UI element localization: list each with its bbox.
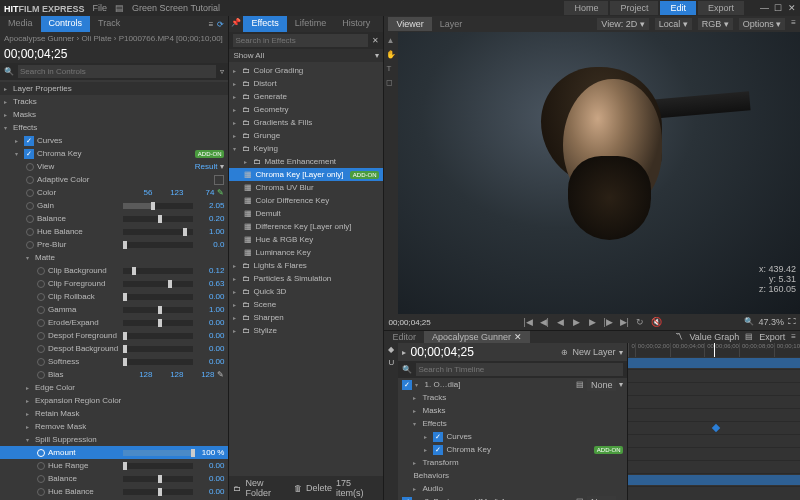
tab-effects[interactable]: Effects (243, 16, 286, 32)
goto-end-icon[interactable]: ▶| (618, 317, 630, 327)
amount-slider[interactable] (123, 450, 193, 456)
select-tool-icon[interactable]: ▲ (386, 36, 396, 46)
mask-tool-icon[interactable]: ◻ (386, 78, 396, 88)
breadcrumb[interactable]: Apocalypse Gunner › Oli Plate › P1000766… (0, 32, 228, 45)
tab-track[interactable]: Track (90, 16, 128, 32)
transport-bar: 00;00;04;25 |◀ ◀| ◀ ▶ ▶ |▶ ▶| ↻ 🔇 🔍 47.3… (384, 314, 800, 330)
titlebar: HITFILM EXPRESS File ▤ Green Screen Tuto… (0, 0, 800, 16)
close-icon[interactable]: ✕ (788, 3, 796, 13)
panel-menu-icon[interactable]: ≡ (209, 20, 214, 29)
tab-viewer[interactable]: Viewer (388, 17, 431, 31)
zoom-level[interactable]: 47.3% (758, 317, 784, 327)
play-icon[interactable]: ▶ (570, 317, 582, 327)
sync-icon[interactable]: ⟳ (217, 20, 224, 29)
eyedropper-icon[interactable]: ✎ (217, 370, 224, 379)
adaptive-checkbox[interactable] (214, 175, 224, 185)
gain-slider[interactable] (123, 203, 193, 209)
space-dropdown[interactable]: Local ▾ (655, 18, 692, 30)
channel-dropdown[interactable]: RGB ▾ (698, 18, 733, 30)
new-folder-button[interactable]: New Folder (245, 478, 289, 498)
eyedropper-icon[interactable]: ✎ (217, 188, 224, 197)
zoom-icon[interactable]: 🔍 (744, 317, 754, 327)
viewer: ▲ ✋ T ◻ 2D x: 439.42 y: 5.31 (384, 32, 800, 314)
tab-export[interactable]: Export (698, 1, 744, 15)
step-fwd-icon[interactable]: ▶ (586, 317, 598, 327)
timeline-panel: Editor Apocalypse Gunner ✕ 〽 Value Graph… (384, 330, 800, 500)
doc-icon: ▤ (115, 3, 124, 13)
tc-menu-icon[interactable]: ▸ (402, 348, 406, 357)
new-folder-icon[interactable]: 🗀 (233, 484, 241, 493)
tab-lifetime[interactable]: Lifetime (287, 16, 335, 32)
preblur-slider[interactable] (123, 242, 193, 248)
tab-comp[interactable]: Apocalypse Gunner ✕ (424, 331, 530, 343)
app-logo: HITFILM EXPRESS (4, 3, 85, 14)
export-button[interactable]: Export (759, 332, 785, 342)
clear-icon[interactable]: ✕ (372, 36, 379, 45)
panel-menu-icon[interactable]: ≡ (791, 332, 796, 342)
balance-slider[interactable] (123, 216, 193, 222)
panel-menu-icon[interactable]: ≡ (791, 18, 796, 30)
window-controls: — ☐ ✕ (760, 3, 796, 13)
controls-panel: Media Controls Track ≡ ⟳ Apocalypse Gunn… (0, 16, 229, 500)
tab-editor[interactable]: Editor (384, 331, 424, 343)
delete-button[interactable]: Delete (306, 483, 332, 493)
controls-tree[interactable]: ▸Layer Properties ▸Tracks ▸Masks ▾Effect… (0, 80, 228, 500)
addon-badge: ADD-ON (195, 150, 225, 158)
timecode[interactable]: 00;00;04;25 (0, 45, 228, 63)
effect-chroma-key[interactable]: ▦Chroma Key [Layer only]ADD-ON (229, 168, 383, 181)
pin-icon[interactable]: 📌 (229, 16, 243, 32)
options-dropdown[interactable]: Options ▾ (739, 18, 786, 30)
minimize-icon[interactable]: — (760, 3, 768, 13)
delete-icon[interactable]: 🗑 (294, 484, 302, 493)
view-mode-dropdown[interactable]: View: 2D ▾ (597, 18, 648, 30)
dropdown-icon[interactable]: ▾ (220, 162, 224, 171)
search-timeline-input[interactable] (416, 363, 623, 376)
huebal-slider[interactable] (123, 229, 193, 235)
marker-icon[interactable]: ◆ (388, 345, 394, 354)
search-effects-input[interactable] (233, 34, 368, 47)
text-tool-icon[interactable]: T (386, 64, 396, 74)
transport-timecode[interactable]: 00;00;04;25 (388, 318, 430, 327)
timeline[interactable]: 0 00;00;02;00 00;00;04;00 00;00;06;00 00… (628, 343, 800, 500)
tab-layer[interactable]: Layer (432, 17, 471, 31)
search-controls-input[interactable] (18, 65, 216, 78)
value-graph-button[interactable]: Value Graph (689, 332, 739, 342)
u-icon[interactable]: U (389, 358, 395, 367)
prev-frame-icon[interactable]: ◀| (538, 317, 550, 327)
effects-panel: 📌 Effects Lifetime History Text ≡ ✕ Show… (229, 16, 384, 500)
tab-media[interactable]: Media (0, 16, 41, 32)
item-count: 175 item(s) (336, 478, 380, 498)
effects-tree[interactable]: ▸🗀Color Grading ▸🗀Distort ▸🗀Generate ▸🗀G… (229, 62, 383, 476)
loop-icon[interactable]: ↻ (634, 317, 646, 327)
curves-checkbox[interactable]: ✓ (24, 136, 34, 146)
tab-edit[interactable]: Edit (660, 1, 696, 15)
tab-project[interactable]: Project (610, 1, 658, 15)
expand-icon[interactable]: ▸ (4, 85, 10, 92)
new-layer-button[interactable]: New Layer (572, 347, 615, 357)
chroma-checkbox[interactable]: ✓ (24, 149, 34, 159)
doc-name[interactable]: Green Screen Tutorial (132, 3, 220, 13)
graph-icon[interactable]: 〽 (675, 332, 683, 342)
mute-icon[interactable]: 🔇 (650, 317, 662, 327)
dropdown-icon[interactable]: ▾ (375, 51, 379, 60)
filter-icon[interactable]: ▿ (220, 67, 224, 76)
tab-controls[interactable]: Controls (41, 16, 91, 32)
tab-history[interactable]: History (334, 16, 378, 32)
viewer-canvas[interactable]: x: 439.42 y: 5.31 z: 160.05 (398, 32, 800, 314)
time-ruler[interactable]: 0 00;00;02;00 00;00;04;00 00;00;06;00 00… (628, 343, 800, 357)
fullscreen-icon[interactable]: ⛶ (788, 317, 796, 327)
search-icon: 🔍 (4, 67, 14, 76)
next-frame-icon[interactable]: |▶ (602, 317, 614, 327)
goto-start-icon[interactable]: |◀ (522, 317, 534, 327)
search-icon: 🔍 (402, 365, 412, 374)
blend-dropdown[interactable]: None (587, 379, 617, 391)
tab-home[interactable]: Home (564, 1, 608, 15)
editor-timecode[interactable]: 00;00;04;25 (410, 345, 473, 359)
add-icon[interactable]: ⊕ (561, 348, 568, 357)
maximize-icon[interactable]: ☐ (774, 3, 782, 13)
export-icon[interactable]: ▤ (745, 332, 753, 342)
hand-tool-icon[interactable]: ✋ (386, 50, 396, 60)
menu-file[interactable]: File (93, 3, 108, 13)
step-back-icon[interactable]: ◀ (554, 317, 566, 327)
folder-icon: 🗀 (242, 66, 250, 75)
